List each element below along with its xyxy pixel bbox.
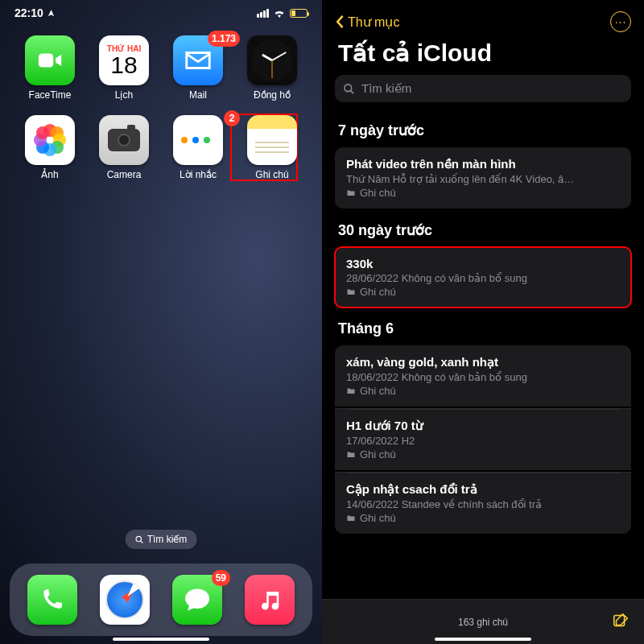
battery-icon [290,9,308,18]
folder-icon [346,514,356,523]
clock-icon [247,35,297,85]
music-icon [245,575,295,625]
app-label: Ảnh [41,169,58,180]
section-header: 7 ngày trước [338,122,628,139]
app-clock[interactable]: Đồng hồ [238,35,306,101]
chevron-left-icon [335,14,345,29]
photos-icon [25,115,75,165]
app-notes[interactable]: Ghi chú [238,115,306,180]
folder-icon [346,188,356,198]
note-folder: Ghi chú [346,448,620,460]
safari-icon [100,575,150,625]
home-indicator[interactable] [113,638,209,641]
badge: 2 [224,110,240,126]
wifi-icon [273,8,286,18]
compose-button[interactable] [612,612,630,632]
note-item[interactable]: 330k 28/06/2022 Không có văn bản bổ sung… [335,247,631,308]
compose-icon [612,612,630,630]
app-reminders[interactable]: 2 Lời nhắc [164,115,232,180]
svg-point-2 [345,84,352,91]
svg-point-1 [136,536,141,541]
search-icon [135,535,144,544]
app-label: Ghi chú [255,169,288,180]
svg-rect-0 [39,54,53,68]
note-folder: Ghi chú [346,286,620,298]
folder-icon [346,386,356,396]
app-facetime[interactable]: FaceTime [16,35,84,101]
dock-phone[interactable] [27,575,77,625]
note-item[interactable]: Cập nhật csach đổi trả 14/06/2022 Stande… [335,472,631,534]
reminders-icon [173,115,223,165]
badge: 59 [212,570,230,586]
calendar-icon: THỨ HAI 18 [99,35,149,85]
phone-icon [27,575,77,625]
notes-count: 163 ghi chú [458,617,508,628]
app-photos[interactable]: Ảnh [16,115,84,180]
app-grid: FaceTime THỨ HAI 18 Lịch 1.173 Mail Đồng… [0,23,322,180]
app-label: Camera [107,169,142,180]
dock-messages[interactable]: 59 [172,575,222,625]
page-title: Tất cả iCloud [322,39,644,75]
notes-icon [247,115,297,165]
app-label: Mail [189,89,207,101]
bottom-toolbar: 163 ghi chú [322,599,644,644]
note-folder: Ghi chú [346,187,620,199]
section-header: Tháng 6 [338,320,628,337]
note-folder: Ghi chú [346,385,620,397]
app-label: Đồng hồ [254,89,291,101]
dock: 59 [10,564,312,636]
badge: 1.173 [208,31,240,47]
notes-header: Thư mục ··· [322,0,644,39]
back-button[interactable]: Thư mục [335,14,399,30]
ellipsis-icon: ··· [615,15,627,28]
app-calendar[interactable]: THỨ HAI 18 Lịch [90,35,158,101]
app-mail[interactable]: 1.173 Mail [164,35,232,101]
notes-list[interactable]: 7 ngày trước Phát video trên nền màn hìn… [322,109,644,599]
note-folder: Ghi chú [346,512,620,524]
dock-safari[interactable] [100,575,150,625]
status-time: 22:10 [14,6,43,19]
more-button[interactable]: ··· [610,11,631,32]
note-item[interactable]: H1 dưới 70 từ 17/06/2022 H2 Ghi chú [335,408,631,470]
search-icon [343,83,355,95]
note-item[interactable]: Phát video trên nền màn hình Thứ Năm Hỗ … [335,147,631,208]
camera-icon [99,115,149,165]
search-placeholder: Tìm kiếm [361,81,411,96]
app-camera[interactable]: Camera [90,115,158,180]
folder-icon [346,450,356,460]
signal-icon [257,9,269,18]
app-label: Lịch [115,89,133,101]
app-label: Lời nhắc [180,169,217,180]
section-header: 30 ngày trước [338,221,628,239]
location-icon [47,9,56,18]
note-item[interactable]: xám, vàng gold, xanh nhạt 18/06/2022 Khô… [335,345,631,407]
dock-music[interactable] [245,575,295,625]
app-label: FaceTime [29,89,72,101]
home-screen: 22:10 FaceTime THỨ HAI 18 Lịch 1.173 [0,0,322,644]
folder-icon [346,287,356,297]
facetime-icon [25,35,75,85]
spotlight-search[interactable]: Tìm kiếm [126,530,197,549]
notes-app: Thư mục ··· Tất cả iCloud Tìm kiếm 7 ngà… [322,0,644,644]
status-bar: 22:10 [0,0,322,23]
home-indicator[interactable] [435,638,531,641]
search-input[interactable]: Tìm kiếm [335,75,631,102]
